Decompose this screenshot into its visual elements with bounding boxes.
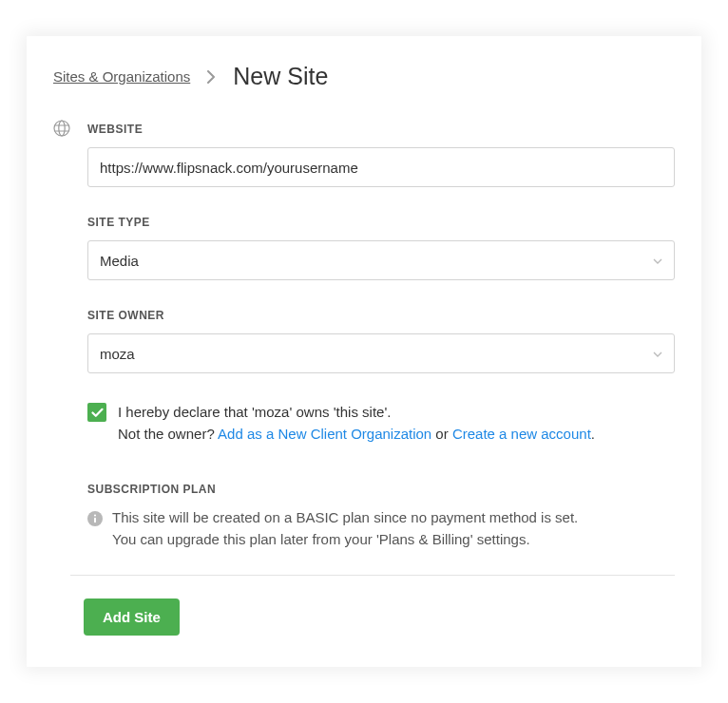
site-type-value: Media — [100, 253, 139, 269]
breadcrumb-parent-link[interactable]: Sites & Organizations — [53, 68, 190, 85]
page-title: New Site — [233, 63, 328, 90]
site-type-select[interactable]: Media — [87, 240, 675, 280]
caret-down-icon — [653, 256, 662, 266]
add-site-button[interactable]: Add Site — [84, 598, 180, 636]
ownership-text: I hereby declare that 'moza' owns 'this … — [118, 402, 595, 445]
site-owner-section: SITE OWNER moza — [27, 309, 701, 373]
globe-icon — [53, 120, 70, 141]
site-type-label: SITE TYPE — [87, 216, 675, 229]
site-owner-label: SITE OWNER — [87, 309, 675, 322]
create-account-link[interactable]: Create a new account — [452, 426, 591, 442]
not-owner-prefix: Not the owner? — [118, 426, 218, 442]
plan-line-1: This site will be created on a BASIC pla… — [112, 507, 675, 529]
footer: Add Site — [27, 598, 701, 636]
svg-point-0 — [54, 121, 69, 136]
chevron-right-icon — [207, 70, 216, 84]
subscription-plan-label: SUBSCRIPTION PLAN — [87, 483, 675, 496]
or-text: or — [431, 426, 452, 442]
svg-point-3 — [94, 514, 96, 516]
site-owner-select[interactable]: moza — [87, 333, 675, 373]
ownership-row: I hereby declare that 'moza' owns 'this … — [27, 402, 701, 445]
subscription-plan-section: SUBSCRIPTION PLAN This site will be crea… — [27, 483, 701, 550]
divider — [70, 575, 675, 576]
website-label: WEBSITE — [87, 123, 675, 136]
plan-line-2: You can upgrade this plan later from you… — [112, 529, 675, 551]
site-type-section: SITE TYPE Media — [27, 216, 701, 280]
add-client-org-link[interactable]: Add as a New Client Organization — [218, 426, 431, 442]
new-site-card: Sites & Organizations New Site WEBSITE S… — [27, 36, 701, 667]
ownership-declare: I hereby declare that 'moza' owns 'this … — [118, 404, 391, 420]
caret-down-icon — [653, 349, 662, 359]
breadcrumb: Sites & Organizations New Site — [27, 63, 701, 90]
info-icon — [87, 511, 103, 530]
ownership-suffix: . — [591, 426, 595, 442]
website-input[interactable] — [87, 147, 675, 187]
website-section: WEBSITE — [27, 123, 701, 187]
svg-rect-4 — [94, 518, 96, 523]
svg-point-1 — [59, 121, 65, 136]
site-owner-value: moza — [100, 346, 135, 362]
ownership-checkbox[interactable] — [87, 403, 106, 422]
